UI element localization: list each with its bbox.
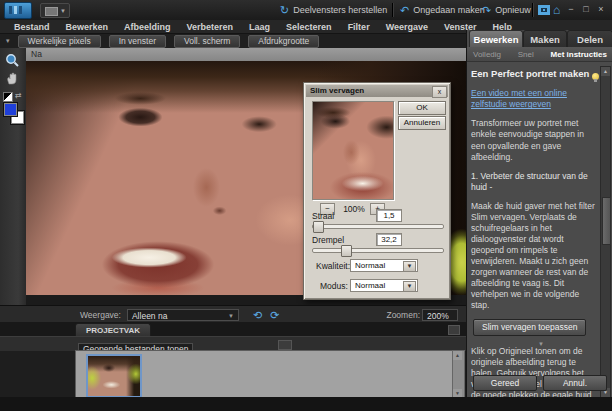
bin-collapse-icon[interactable] bbox=[448, 325, 460, 335]
foreground-color-swatch[interactable] bbox=[3, 102, 18, 117]
quality-label: Kwaliteit: bbox=[316, 261, 350, 271]
mode-label: Modus: bbox=[320, 281, 348, 291]
video-tutorial-link[interactable]: Een video met een online zelfstudie weer… bbox=[471, 88, 599, 110]
bin-filter-arrow-icon: ▼ bbox=[538, 338, 544, 350]
zoom-label: Zoomen: bbox=[386, 310, 420, 320]
intro-text: Transformeer uw portret met enkele eenvo… bbox=[471, 118, 599, 162]
bin-scrollbar[interactable]: ▲ ▼ bbox=[452, 350, 465, 399]
panel-scrollbar-thumb[interactable] bbox=[602, 197, 611, 245]
fit-window-button[interactable]: In venster bbox=[109, 35, 166, 48]
tab-maken[interactable]: Maken bbox=[523, 30, 567, 48]
home-button[interactable]: ⌂ bbox=[553, 0, 560, 20]
swap-colors-icon[interactable]: ⇄ bbox=[15, 91, 22, 100]
close-button[interactable]: × bbox=[594, 4, 608, 15]
default-colors-icon[interactable] bbox=[3, 92, 13, 102]
redo-button[interactable]: ↷ Opnieuw bbox=[482, 0, 531, 20]
dialog-close-icon[interactable]: x bbox=[432, 86, 447, 98]
project-bin bbox=[75, 350, 453, 399]
bin-scroll-up-icon[interactable]: ▲ bbox=[453, 351, 462, 360]
subtab-volledig[interactable]: Volledig bbox=[473, 50, 501, 59]
chevron-down-icon: ▼ bbox=[60, 8, 66, 14]
subtab-met-instructies[interactable]: Met instructies bbox=[551, 50, 607, 59]
layout-button[interactable]: ▼ bbox=[40, 3, 70, 18]
divider bbox=[532, 3, 533, 17]
undo-button[interactable]: ↶ Ongedaan maken bbox=[400, 0, 485, 20]
print-size-button[interactable]: Afdrukgrootte bbox=[248, 35, 319, 48]
divider bbox=[392, 3, 393, 17]
redo-icon: ↷ bbox=[482, 5, 491, 15]
hand-tool-icon[interactable] bbox=[5, 71, 20, 86]
actual-pixels-button[interactable]: Werkelijke pixels bbox=[18, 35, 101, 48]
ok-button[interactable]: OK bbox=[398, 101, 446, 115]
rotate-right-icon[interactable]: ⟳ bbox=[270, 309, 279, 321]
tool-options-caret-icon[interactable]: ▾ bbox=[6, 37, 10, 45]
organizer-button[interactable]: De Organizer bbox=[538, 0, 550, 20]
view-bar: Weergave: Alleen na ▼ ⟲ ⟳ Zoomen: 200% ▼ bbox=[0, 305, 466, 323]
cancel-button[interactable]: Annuleren bbox=[398, 116, 446, 130]
radius-slider[interactable] bbox=[312, 224, 444, 229]
panel-scrollbar[interactable]: ▲ ▼ bbox=[600, 66, 611, 398]
menu-filter[interactable]: Filter bbox=[340, 22, 378, 32]
menu-bestand[interactable]: Bestand bbox=[6, 22, 58, 32]
organizer-icon bbox=[538, 5, 550, 15]
step1-text: Maak de huid gaver met het filter Slim v… bbox=[471, 201, 599, 311]
photoshop-elements-window: ▼ ↻ Deelvensters herstellen ↶ Ongedaan m… bbox=[0, 0, 612, 411]
zoom-dropdown[interactable]: 200% ▼ bbox=[422, 309, 458, 321]
guide-heading: Een Perfect portret maken bbox=[471, 68, 589, 80]
menu-selecteren[interactable]: Selecteren bbox=[278, 22, 340, 32]
panel-footer: Gereed Annul. bbox=[467, 375, 612, 393]
footer-cancel-button[interactable]: Annul. bbox=[543, 375, 607, 391]
project-bin-strip: PROJECTVAK bbox=[0, 322, 466, 336]
canvas-view-tab: Na bbox=[26, 48, 466, 61]
undo-icon: ↶ bbox=[400, 5, 409, 15]
view-dropdown[interactable]: Alleen na ▼ bbox=[127, 309, 239, 321]
radius-slider-thumb[interactable] bbox=[313, 221, 324, 233]
mode-dropdown[interactable]: Normaal ▼ bbox=[350, 279, 418, 292]
radius-label: Straal bbox=[312, 211, 334, 221]
zoom-value: 200% bbox=[427, 311, 449, 321]
lightbulb-icon bbox=[592, 73, 599, 80]
view-dropdown-arrow-icon: ▼ bbox=[228, 310, 234, 322]
quality-value: Normaal bbox=[355, 261, 385, 270]
zoom-tool-icon[interactable] bbox=[5, 53, 20, 68]
full-screen-button[interactable]: Voll. scherm bbox=[174, 35, 240, 48]
app-titlebar: ▼ ↻ Deelvensters herstellen ↶ Ongedaan m… bbox=[0, 0, 612, 21]
radius-value-field[interactable]: 1,5 bbox=[376, 209, 402, 222]
guided-edit-content: Een Perfect portret maken Een video met … bbox=[471, 64, 599, 372]
menu-verbeteren[interactable]: Verbeteren bbox=[179, 22, 242, 32]
menu-laag[interactable]: Laag bbox=[241, 22, 278, 32]
apply-smart-blur-button[interactable]: Slim vervagen toepassen bbox=[473, 319, 586, 336]
edit-mode-subtabs: Volledig Snel Met instructies bbox=[467, 47, 612, 62]
scroll-up-icon[interactable]: ▲ bbox=[601, 67, 610, 76]
quality-dropdown[interactable]: Normaal ▼ bbox=[350, 259, 418, 272]
threshold-slider-thumb[interactable] bbox=[341, 245, 352, 257]
done-button[interactable]: Gereed bbox=[473, 375, 537, 391]
minimize-button[interactable]: − bbox=[564, 4, 578, 15]
menu-afbeelding[interactable]: Afbeelding bbox=[116, 22, 179, 32]
dialog-titlebar[interactable]: Slim vervagen bbox=[306, 85, 448, 97]
threshold-value-field[interactable]: 32,2 bbox=[376, 233, 402, 246]
toolbox: ⇄ bbox=[0, 48, 26, 305]
quality-dropdown-arrow-icon[interactable]: ▼ bbox=[403, 261, 416, 272]
reset-panels-button[interactable]: ↻ Deelvensters herstellen bbox=[280, 0, 387, 20]
subtab-snel[interactable]: Snel bbox=[518, 50, 534, 59]
menu-bewerken[interactable]: Bewerken bbox=[58, 22, 117, 32]
preview-zoom-value: 100% bbox=[340, 204, 368, 214]
tab-bewerken[interactable]: Bewerken bbox=[469, 30, 523, 48]
maximize-button[interactable]: □ bbox=[579, 4, 593, 15]
layout-icon bbox=[45, 7, 58, 16]
threshold-label: Drempel bbox=[312, 235, 344, 245]
bin-options-icon[interactable] bbox=[278, 340, 292, 350]
project-bin-tab[interactable]: PROJECTVAK bbox=[75, 323, 151, 337]
view-value: Alleen na bbox=[132, 311, 167, 321]
blur-preview[interactable] bbox=[312, 101, 394, 200]
view-label: Weergave: bbox=[80, 310, 121, 320]
home-icon: ⌂ bbox=[553, 5, 560, 15]
open-file-thumbnail[interactable] bbox=[86, 354, 142, 398]
threshold-slider[interactable] bbox=[312, 248, 444, 253]
mode-dropdown-arrow-icon[interactable]: ▼ bbox=[403, 281, 416, 292]
menu-weergave[interactable]: Weergave bbox=[378, 22, 436, 32]
step1-heading: 1. Verbeter de structuur van de huid - bbox=[471, 171, 599, 193]
rotate-left-icon[interactable]: ⟲ bbox=[253, 309, 262, 321]
tab-delen[interactable]: Delen bbox=[567, 30, 612, 48]
